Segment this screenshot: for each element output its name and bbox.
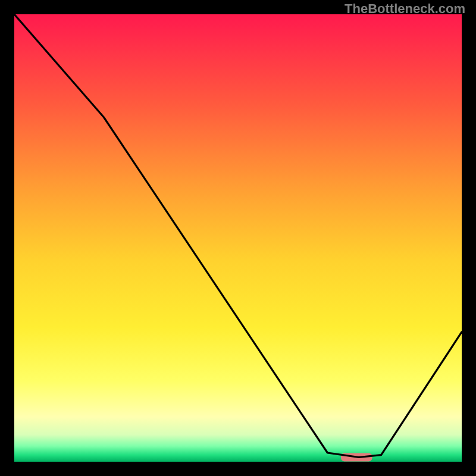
plot-frame [14, 14, 462, 462]
chart-svg [14, 14, 462, 462]
watermark-text: TheBottleneck.com [345, 1, 465, 17]
gradient-background [14, 14, 462, 462]
